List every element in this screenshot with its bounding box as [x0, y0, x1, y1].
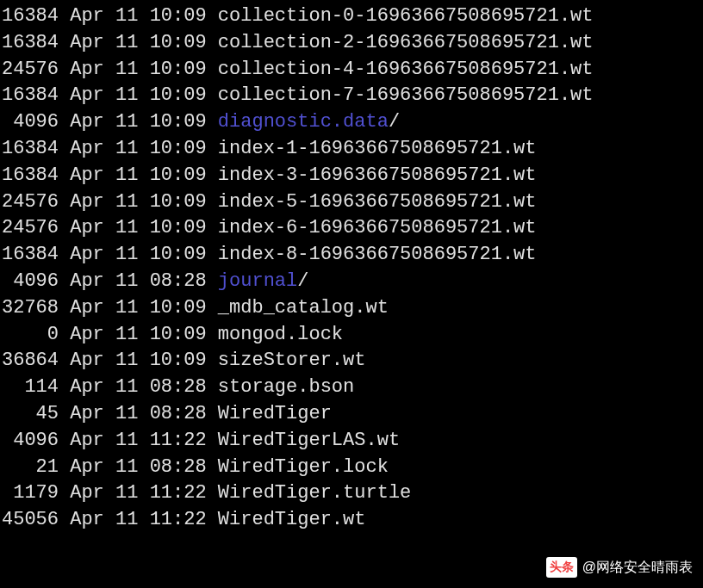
- file-day: 11: [115, 297, 138, 319]
- listing-row: 1179 Apr 11 11:22 WiredTiger.turtle: [2, 480, 701, 507]
- dir-slash: /: [389, 111, 400, 133]
- file-size: 16384: [2, 136, 59, 163]
- file-month: Apr: [70, 111, 104, 133]
- file-name: WiredTiger: [218, 403, 332, 424]
- watermark-logo: 头条: [546, 557, 577, 578]
- file-name: sizeStorer.wt: [218, 350, 366, 371]
- file-month: Apr: [70, 270, 104, 292]
- listing-row: 16384 Apr 11 10:09 index-3-1696366750869…: [2, 163, 701, 189]
- file-name: index-3-16963667508695721.wt: [218, 164, 537, 186]
- file-day: 11: [115, 509, 138, 530]
- listing-row: 16384 Apr 11 10:09 index-1-1696366750869…: [2, 136, 701, 163]
- file-name: storage.bson: [218, 376, 354, 398]
- file-day: 11: [115, 270, 138, 292]
- file-month: Apr: [70, 403, 104, 424]
- listing-row: 24576 Apr 11 10:09 index-6-1696366750869…: [2, 215, 701, 242]
- listing-row: 4096 Apr 11 10:09 diagnostic.data/: [2, 109, 701, 136]
- file-name: collection-0-16963667508695721.wt: [218, 5, 594, 27]
- file-name: mongod.lock: [218, 324, 343, 345]
- file-time: 10:09: [150, 111, 207, 133]
- file-time: 11:22: [150, 509, 207, 530]
- file-month: Apr: [70, 59, 104, 80]
- directory-name: journal: [218, 270, 297, 292]
- listing-row: 21 Apr 11 08:28 WiredTiger.lock: [2, 455, 701, 481]
- file-size: 4096: [2, 269, 59, 295]
- file-month: Apr: [70, 244, 104, 265]
- file-day: 11: [115, 138, 138, 159]
- file-month: Apr: [70, 297, 104, 319]
- file-time: 11:22: [150, 430, 207, 451]
- file-name: collection-7-16963667508695721.wt: [218, 84, 594, 106]
- file-name: index-8-16963667508695721.wt: [218, 244, 537, 265]
- file-time: 10:09: [150, 191, 207, 213]
- file-day: 11: [115, 111, 138, 133]
- terminal-output: 16384 Apr 11 10:09 collection-0-16963667…: [2, 3, 701, 534]
- file-month: Apr: [70, 324, 104, 345]
- listing-row: 45 Apr 11 08:28 WiredTiger: [2, 401, 701, 428]
- file-day: 11: [115, 350, 138, 371]
- listing-row: 16384 Apr 11 10:09 collection-7-16963667…: [2, 83, 701, 109]
- file-name: index-1-16963667508695721.wt: [218, 138, 537, 159]
- file-size: 1179: [2, 480, 59, 507]
- file-name: WiredTiger.turtle: [218, 482, 411, 504]
- file-size: 45: [2, 401, 59, 428]
- file-month: Apr: [70, 509, 104, 530]
- directory-name: diagnostic.data: [218, 111, 389, 133]
- file-time: 10:09: [150, 138, 207, 159]
- file-name: WiredTiger.lock: [218, 456, 389, 478]
- file-day: 11: [115, 32, 138, 53]
- listing-row: 24576 Apr 11 10:09 collection-4-16963667…: [2, 57, 701, 84]
- listing-row: 24576 Apr 11 10:09 index-5-1696366750869…: [2, 189, 701, 216]
- listing-row: 0 Apr 11 10:09 mongod.lock: [2, 322, 701, 349]
- file-time: 10:09: [150, 297, 207, 319]
- listing-row: 16384 Apr 11 10:09 index-8-1696366750869…: [2, 242, 701, 269]
- file-day: 11: [115, 244, 138, 265]
- listing-row: 16384 Apr 11 10:09 collection-2-16963667…: [2, 30, 701, 57]
- file-month: Apr: [70, 456, 104, 478]
- listing-row: 114 Apr 11 08:28 storage.bson: [2, 374, 701, 401]
- listing-row: 4096 Apr 11 08:28 journal/: [2, 269, 701, 295]
- file-month: Apr: [70, 164, 104, 186]
- file-time: 08:28: [150, 270, 207, 292]
- listing-row: 45056 Apr 11 11:22 WiredTiger.wt: [2, 507, 701, 534]
- file-day: 11: [115, 456, 138, 478]
- file-name: _mdb_catalog.wt: [218, 297, 389, 319]
- file-size: 114: [2, 374, 59, 401]
- file-time: 10:09: [150, 32, 207, 53]
- file-size: 16384: [2, 3, 59, 30]
- file-time: 10:09: [150, 324, 207, 345]
- dir-slash: /: [297, 270, 308, 292]
- watermark: 头条 @网络安全晴雨表: [546, 557, 693, 578]
- file-day: 11: [115, 84, 138, 106]
- listing-row: 36864 Apr 11 10:09 sizeStorer.wt: [2, 348, 701, 374]
- file-day: 11: [115, 217, 138, 238]
- file-name: WiredTiger.wt: [218, 509, 366, 530]
- file-time: 10:09: [150, 59, 207, 80]
- file-time: 10:09: [150, 164, 207, 186]
- file-day: 11: [115, 430, 138, 451]
- file-time: 08:28: [150, 456, 207, 478]
- file-name: WiredTigerLAS.wt: [218, 430, 400, 451]
- file-size: 36864: [2, 348, 59, 374]
- file-name: index-6-16963667508695721.wt: [218, 217, 537, 238]
- file-month: Apr: [70, 482, 104, 504]
- file-day: 11: [115, 164, 138, 186]
- file-month: Apr: [70, 376, 104, 398]
- watermark-handle: @网络安全晴雨表: [582, 558, 693, 577]
- file-size: 21: [2, 455, 59, 481]
- file-month: Apr: [70, 84, 104, 106]
- listing-row: 4096 Apr 11 11:22 WiredTigerLAS.wt: [2, 428, 701, 455]
- file-name: index-5-16963667508695721.wt: [218, 191, 537, 213]
- file-time: 10:09: [150, 84, 207, 106]
- file-name: collection-2-16963667508695721.wt: [218, 32, 594, 53]
- file-month: Apr: [70, 138, 104, 159]
- file-size: 16384: [2, 30, 59, 57]
- file-size: 0: [2, 322, 59, 349]
- file-day: 11: [115, 482, 138, 504]
- file-month: Apr: [70, 191, 104, 213]
- file-time: 10:09: [150, 5, 207, 27]
- file-month: Apr: [70, 32, 104, 53]
- file-day: 11: [115, 403, 138, 424]
- file-day: 11: [115, 324, 138, 345]
- file-size: 4096: [2, 428, 59, 455]
